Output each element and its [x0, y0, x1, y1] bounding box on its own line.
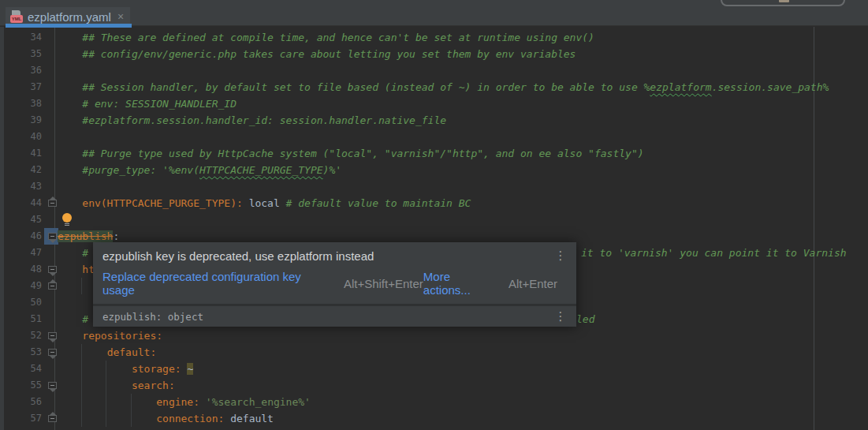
line-number: 55	[0, 377, 42, 394]
shortcut-hint: Alt+Shift+Enter	[344, 277, 423, 290]
indent-guide	[81, 278, 82, 294]
intention-bulb-icon[interactable]	[61, 213, 73, 226]
toolbar-widget-cutoff[interactable]	[721, 0, 845, 6]
line-number: 43	[0, 178, 42, 195]
code-text: ## Purge type used by HttpCache system (…	[58, 145, 644, 162]
code-text: engine: '%search_engine%'	[58, 394, 311, 410]
code-line[interactable]: 36	[0, 62, 868, 79]
line-number: 40	[0, 129, 42, 145]
line-number: 41	[0, 145, 42, 162]
code-line[interactable]: 39 #ezplatform.session.handler_id: sessi…	[0, 112, 868, 129]
fold-marker[interactable]	[48, 282, 57, 290]
code-text: ## These are defined at compile time, an…	[58, 29, 594, 46]
line-number: 44	[0, 195, 42, 211]
code-line[interactable]: 40	[0, 129, 868, 145]
line-number: 37	[0, 79, 42, 95]
line-number: 51	[0, 311, 42, 327]
line-number: 38	[0, 95, 42, 112]
code-text: search:	[58, 377, 175, 394]
code-line[interactable]: 42 #purge_type: '%env(HTTPCACHE_PURGE_TY…	[0, 162, 868, 178]
code-line[interactable]: 37 ## Session handler, by default set to…	[0, 79, 868, 95]
code-line[interactable]: 54 storage: ~	[0, 361, 868, 377]
toolbar-mini-icon	[779, 0, 789, 2]
code-text: ## config/env/generic.php takes care abo…	[58, 46, 576, 62]
code-text: default:	[58, 344, 156, 361]
doc-hint-text: ezpublish: object	[102, 311, 554, 323]
code-text: #led	[58, 311, 88, 327]
tab-title: ezplatform.yaml	[28, 10, 111, 24]
code-text: #ezplatform.session.handler_id: session.…	[58, 112, 446, 129]
line-number: 39	[0, 112, 42, 129]
editor-tab-bar: YML ezplatform.yaml ×	[0, 0, 868, 26]
code-text: storage: ~	[58, 361, 193, 377]
active-tab-indicator	[6, 24, 132, 28]
code-text: connection: default	[58, 410, 274, 427]
yaml-badge: YML	[10, 15, 23, 23]
code-line[interactable]: 56 engine: '%search_engine%'	[0, 394, 868, 410]
line-number: 45	[0, 211, 42, 228]
code-line[interactable]: 45	[0, 211, 868, 228]
code-text: env(HTTPCACHE_PURGE_TYPE): local # defau…	[58, 195, 471, 211]
code-line[interactable]: 57 connection: default	[0, 410, 868, 427]
deprecation-message: ezpublish key is deprecated, use ezplatf…	[102, 249, 554, 263]
kebab-menu-icon[interactable]: ⋮	[554, 249, 567, 262]
code-text: # env: SESSION_HANDLER_ID	[58, 95, 237, 112]
code-text: ht	[58, 261, 95, 278]
line-number: 50	[0, 294, 42, 311]
fold-marker[interactable]	[48, 332, 57, 339]
fold-marker[interactable]	[48, 382, 57, 389]
line-number: 42	[0, 162, 42, 178]
line-number: 35	[0, 46, 42, 62]
line-number: 57	[0, 410, 42, 427]
yaml-file-icon: YML	[10, 10, 23, 23]
code-text: ## Session handler, by default set to fi…	[58, 79, 829, 95]
line-number: 56	[0, 394, 42, 410]
line-number: 36	[0, 62, 42, 79]
line-number: 48	[0, 261, 42, 278]
fold-marker[interactable]	[48, 415, 57, 422]
line-number: 49	[0, 278, 42, 294]
code-line[interactable]: 35 ## config/env/generic.php takes care …	[0, 46, 868, 62]
code-text: #purge_type: '%env(HTTPCACHE_PURGE_TYPE)…	[58, 162, 341, 178]
tab-close-icon[interactable]: ×	[117, 10, 124, 23]
doc-kebab-menu-icon[interactable]: ⋮	[554, 310, 567, 323]
code-line[interactable]: 34 ## These are defined at compile time,…	[0, 29, 868, 46]
line-number: 52	[0, 327, 42, 344]
line-number: 53	[0, 344, 42, 361]
code-line[interactable]: 38 # env: SESSION_HANDLER_ID	[0, 95, 868, 112]
fold-marker[interactable]	[48, 349, 57, 356]
code-line[interactable]: 41 ## Purge type used by HttpCache syste…	[0, 145, 868, 162]
fold-marker[interactable]	[48, 200, 57, 207]
code-line[interactable]: 55 search:	[0, 377, 868, 394]
line-number: 34	[0, 29, 42, 46]
intention-popup: ezpublish key is deprecated, use ezplatf…	[93, 242, 576, 327]
code-line[interactable]: 44 env(HTTPCACHE_PURGE_TYPE): local # de…	[0, 195, 868, 211]
replace-deprecated-key-action[interactable]: Replace deprecated configuration key usa…	[102, 270, 336, 297]
code-text: repositories:	[58, 327, 162, 344]
line-number: 54	[0, 361, 42, 377]
code-line[interactable]: 52 repositories:	[0, 327, 868, 344]
fold-marker[interactable]	[48, 233, 57, 240]
code-editor[interactable]: 34 ## These are defined at compile time,…	[0, 27, 868, 430]
code-line[interactable]: 53 default:	[0, 344, 868, 361]
code-text: #it to 'varnish' you can point it to Var…	[58, 245, 88, 261]
line-number: 47	[0, 245, 42, 261]
shortcut-hint: Alt+Enter	[509, 277, 557, 290]
more-actions-link[interactable]: More actions...	[423, 270, 501, 297]
line-number: 46	[0, 228, 42, 245]
fold-marker[interactable]	[48, 266, 57, 273]
code-line[interactable]: 43	[0, 178, 868, 195]
